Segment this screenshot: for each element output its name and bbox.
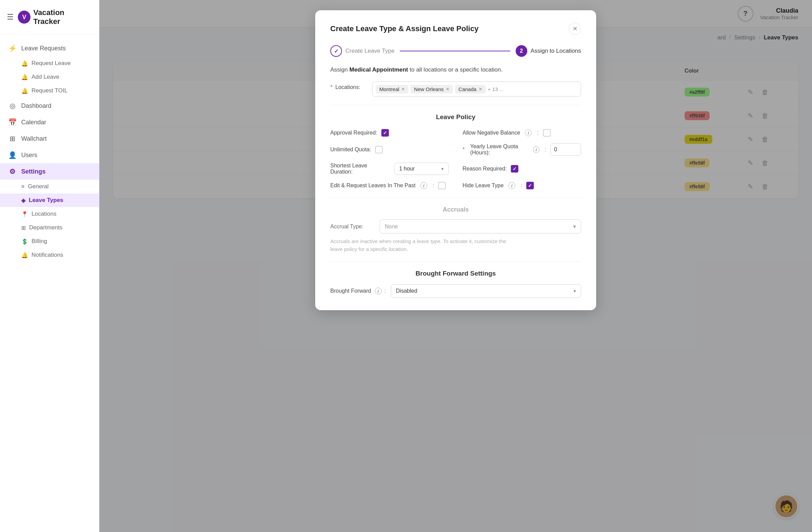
accruals-title: Accruals bbox=[330, 206, 581, 213]
brought-forward-title: Brought Forward Settings bbox=[330, 270, 581, 277]
sidebar-item-users[interactable]: 👤 Users bbox=[0, 147, 99, 163]
allow-negative-balance-field: Allow Negative Balance i : bbox=[463, 129, 581, 137]
add-leave-icon: 🔔 bbox=[21, 74, 28, 80]
brought-forward-label: Brought Forward i : bbox=[330, 288, 386, 294]
shortest-duration-chevron-icon: ▾ bbox=[441, 166, 444, 172]
reason-required-field: Reason Required: bbox=[463, 163, 581, 175]
departments-icon: ⊞ bbox=[21, 225, 26, 231]
allow-negative-balance-info-icon[interactable]: i bbox=[525, 129, 532, 136]
locations-label: * Locations: bbox=[330, 81, 368, 90]
modal-close-button[interactable]: ✕ bbox=[569, 23, 581, 35]
hide-leave-type-info-icon[interactable]: i bbox=[508, 182, 515, 189]
sidebar-item-general[interactable]: ≡ General bbox=[0, 180, 99, 193]
assign-desc-suffix: to all locations or a specific location. bbox=[408, 66, 503, 73]
bf-chevron-icon: ▾ bbox=[574, 288, 576, 294]
sidebar-item-request-leave[interactable]: 🔔 Request Leave bbox=[0, 56, 99, 70]
tag-montreal: Montreal ✕ bbox=[376, 85, 408, 93]
edit-request-past-info-icon[interactable]: i bbox=[420, 182, 427, 189]
edit-request-past-field: Edit & Request Leaves In The Past i : bbox=[330, 182, 449, 189]
yearly-quota-star: * bbox=[463, 147, 465, 153]
brought-forward-value: Disabled bbox=[396, 288, 574, 294]
unlimited-quota-checkbox[interactable] bbox=[375, 146, 383, 153]
users-icon: 👤 bbox=[8, 151, 16, 159]
hide-leave-type-label: Hide Leave Type bbox=[463, 182, 504, 189]
sidebar-item-leave-requests[interactable]: ⚡ Leave Requests bbox=[0, 40, 99, 56]
calendar-icon: 📅 bbox=[8, 118, 16, 126]
request-toil-icon: 🔔 bbox=[21, 88, 28, 94]
tag-more: + 13 ... bbox=[488, 86, 504, 92]
unlimited-quota-label: Unlimited Quota: bbox=[330, 147, 371, 153]
sidebar-item-request-toil[interactable]: 🔔 Request TOIL bbox=[0, 84, 99, 98]
approval-required-checkbox[interactable] bbox=[381, 129, 389, 137]
approval-required-field: Approval Required: bbox=[330, 129, 449, 137]
yearly-quota-colon: : bbox=[545, 147, 546, 153]
sidebar-item-locations[interactable]: 📍 Locations bbox=[0, 207, 99, 221]
reason-required-checkbox[interactable] bbox=[511, 165, 518, 173]
sidebar-item-calendar[interactable]: 📅 Calendar bbox=[0, 114, 99, 130]
shortest-leave-duration-value: 1 hour bbox=[399, 166, 415, 172]
modal-title: Create Leave Type & Assign Leave Policy bbox=[330, 24, 479, 33]
step-2: 2 Assign to Locations bbox=[516, 45, 581, 57]
logo-letter: V bbox=[22, 14, 26, 21]
brought-forward-select[interactable]: Disabled ▾ bbox=[391, 284, 581, 298]
divider-2 bbox=[330, 198, 581, 198]
request-leave-icon: 🔔 bbox=[21, 60, 28, 67]
assign-desc-bold: Medical Appointment bbox=[349, 66, 408, 73]
yearly-quota-info-icon[interactable]: i bbox=[533, 146, 539, 153]
allow-negative-balance-checkbox[interactable] bbox=[543, 129, 551, 137]
tag-new-orleans: New Orleans ✕ bbox=[410, 85, 453, 93]
tag-remove-montreal[interactable]: ✕ bbox=[401, 87, 405, 92]
accrual-select-chevron-icon: ▾ bbox=[573, 223, 576, 230]
brought-forward-section: Brought Forward Settings Brought Forward… bbox=[330, 270, 581, 298]
approval-required-label: Approval Required: bbox=[330, 130, 377, 136]
hide-leave-type-checkbox[interactable] bbox=[526, 182, 534, 189]
step-1: ✓ Create Leave Type bbox=[330, 45, 394, 57]
leave-policy-title: Leave Policy bbox=[330, 113, 581, 121]
yearly-quota-field: * Yearly Leave Quota (Hours): i : bbox=[463, 143, 581, 156]
logo-icon: V bbox=[18, 11, 30, 24]
dashboard-icon: ◎ bbox=[8, 102, 16, 110]
locations-tags-input[interactable]: Montreal ✕ New Orleans ✕ Canada ✕ + 13 .… bbox=[372, 81, 581, 97]
accrual-type-select[interactable]: None ▾ bbox=[380, 219, 581, 233]
leave-types-icon: ◈ bbox=[21, 197, 25, 204]
billing-icon: 💲 bbox=[21, 238, 28, 245]
edit-request-past-checkbox[interactable] bbox=[438, 182, 446, 189]
settings-icon: ⚙ bbox=[8, 167, 16, 176]
required-star: * bbox=[330, 84, 332, 90]
sidebar-item-add-leave[interactable]: 🔔 Add Leave bbox=[0, 70, 99, 84]
sidebar-item-leave-types[interactable]: ◈ Leave Types bbox=[0, 193, 99, 207]
sidebar-item-wallchart[interactable]: ⊞ Wallchart bbox=[0, 130, 99, 147]
shortest-leave-duration-select[interactable]: 1 hour ▾ bbox=[394, 163, 449, 175]
tag-remove-canada[interactable]: ✕ bbox=[479, 87, 482, 92]
allow-negative-colon: : bbox=[537, 130, 539, 136]
sidebar-item-settings[interactable]: ⚙ Settings bbox=[0, 163, 99, 180]
brought-forward-info-icon[interactable]: i bbox=[375, 288, 382, 294]
step-1-circle: ✓ bbox=[330, 45, 342, 57]
main-content: ? Claudia Vacation Tracker ard / Setting… bbox=[99, 0, 812, 532]
reason-required-label: Reason Required: bbox=[463, 166, 507, 172]
accrual-type-label: Accrual Type: bbox=[330, 224, 375, 230]
hide-leave-colon: : bbox=[521, 182, 522, 189]
locations-icon: 📍 bbox=[21, 211, 28, 217]
modal-header: Create Leave Type & Assign Leave Policy … bbox=[330, 23, 581, 35]
tag-remove-new-orleans[interactable]: ✕ bbox=[446, 87, 450, 92]
yearly-quota-input[interactable] bbox=[550, 143, 581, 156]
step-1-label: Create Leave Type bbox=[345, 48, 394, 54]
shortest-leave-duration-label: Shortest Leave Duration: bbox=[330, 163, 390, 175]
assign-description: Assign Medical Appointment to all locati… bbox=[330, 66, 581, 73]
step-2-circle: 2 bbox=[516, 45, 527, 57]
sidebar-item-dashboard[interactable]: ◎ Dashboard bbox=[0, 98, 99, 114]
sidebar-item-departments[interactable]: ⊞ Departments bbox=[0, 221, 99, 235]
sidebar-item-notifications[interactable]: 🔔 Notifications bbox=[0, 248, 99, 262]
sidebar-navigation: ⚡ Leave Requests 🔔 Request Leave 🔔 Add L… bbox=[0, 35, 99, 532]
bf-colon: : bbox=[384, 288, 386, 294]
general-icon: ≡ bbox=[21, 183, 24, 190]
accrual-type-field: Accrual Type: None ▾ bbox=[330, 219, 581, 233]
sidebar-header: ☰ V Vacation Tracker bbox=[0, 0, 99, 35]
sidebar-item-billing[interactable]: 💲 Billing bbox=[0, 235, 99, 248]
wallchart-icon: ⊞ bbox=[8, 135, 16, 143]
sidebar: ☰ V Vacation Tracker ⚡ Leave Requests 🔔 … bbox=[0, 0, 99, 532]
hamburger-icon[interactable]: ☰ bbox=[7, 13, 14, 22]
leave-requests-icon: ⚡ bbox=[8, 44, 16, 52]
edit-request-colon: : bbox=[433, 182, 434, 189]
